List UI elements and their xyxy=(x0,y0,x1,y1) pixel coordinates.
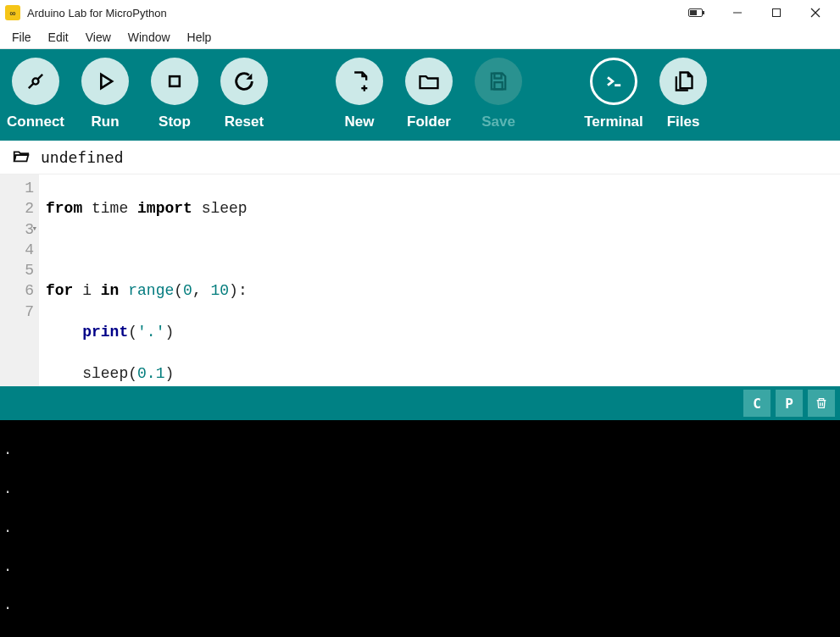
copy-button[interactable]: C xyxy=(743,390,770,417)
line-number: 2 xyxy=(8,198,34,219)
stop-button[interactable]: Stop xyxy=(151,58,198,130)
filebar: undefined xyxy=(0,141,840,174)
reset-icon xyxy=(220,58,268,105)
terminal[interactable]: . . . . . . . > MicroPython v1.19.1 on 2… xyxy=(0,420,840,637)
line-number: 6 xyxy=(8,280,34,301)
line-number: 5 xyxy=(8,260,34,280)
line-number: 7 xyxy=(8,302,34,322)
maximize-button[interactable] xyxy=(757,0,796,25)
svg-marker-10 xyxy=(101,75,112,88)
app-logo-icon: ∞ xyxy=(5,5,20,20)
menu-help[interactable]: Help xyxy=(181,28,219,47)
svg-rect-4 xyxy=(773,9,781,17)
run-button[interactable]: Run xyxy=(81,58,129,130)
line-number: 3 xyxy=(8,219,34,240)
svg-rect-11 xyxy=(170,76,180,86)
filename: undefined xyxy=(41,148,124,166)
code-area[interactable]: from time import sleep for i in range(0,… xyxy=(39,174,254,386)
paste-button[interactable]: P xyxy=(776,390,803,417)
menu-window[interactable]: Window xyxy=(121,28,177,47)
menubar: File Edit View Window Help xyxy=(0,25,840,49)
folder-icon xyxy=(405,58,453,105)
reset-label: Reset xyxy=(225,114,264,130)
terminal-line: . xyxy=(3,558,837,578)
save-icon xyxy=(475,58,522,105)
line-number: 1 xyxy=(8,178,34,198)
terminal-line: . xyxy=(3,441,837,461)
stop-icon xyxy=(151,58,198,105)
files-button[interactable]: Files xyxy=(659,58,707,130)
folder-button[interactable]: Folder xyxy=(405,58,453,130)
run-icon xyxy=(81,58,129,105)
code-editor[interactable]: 1 2 3 4 5 6 7 from time import sleep for… xyxy=(0,174,840,386)
save-label: Save xyxy=(481,114,515,130)
terminal-line: . xyxy=(3,519,837,539)
connect-label: Connect xyxy=(7,114,64,130)
gutter: 1 2 3 4 5 6 7 xyxy=(0,174,39,386)
connect-icon xyxy=(12,58,59,105)
new-icon xyxy=(336,58,383,105)
reset-button[interactable]: Reset xyxy=(220,58,268,130)
app-title: Arduino Lab for MicroPython xyxy=(27,7,167,19)
menu-view[interactable]: View xyxy=(79,28,118,47)
svg-rect-14 xyxy=(494,74,501,79)
svg-rect-15 xyxy=(494,82,502,89)
folder-label: Folder xyxy=(407,114,451,130)
svg-rect-2 xyxy=(690,10,697,15)
menu-file[interactable]: File xyxy=(5,28,38,47)
line-number: 4 xyxy=(8,240,34,260)
menu-edit[interactable]: Edit xyxy=(42,28,75,47)
open-folder-icon xyxy=(12,147,31,169)
new-label: New xyxy=(345,114,375,130)
terminal-button[interactable]: Terminal xyxy=(590,58,637,130)
connect-button[interactable]: Connect xyxy=(12,58,59,130)
terminal-icon xyxy=(590,58,637,105)
files-icon xyxy=(659,58,707,105)
terminal-line: . xyxy=(3,596,837,616)
terminal-line: . xyxy=(3,480,837,500)
titlebar: ∞ Arduino Lab for MicroPython xyxy=(0,0,840,25)
trash-button[interactable] xyxy=(808,390,835,417)
save-button: Save xyxy=(475,58,522,130)
terminal-toolbar: C P xyxy=(0,386,840,420)
close-button[interactable] xyxy=(796,0,835,25)
run-label: Run xyxy=(91,114,119,130)
minimize-button[interactable] xyxy=(718,0,757,25)
terminal-label: Terminal xyxy=(584,114,643,130)
battery-icon xyxy=(684,0,709,25)
stop-label: Stop xyxy=(159,114,191,130)
svg-rect-1 xyxy=(703,11,704,14)
new-button[interactable]: New xyxy=(336,58,383,130)
files-label: Files xyxy=(667,114,700,130)
toolbar: Connect Run Stop Reset New Folder S xyxy=(0,49,840,141)
